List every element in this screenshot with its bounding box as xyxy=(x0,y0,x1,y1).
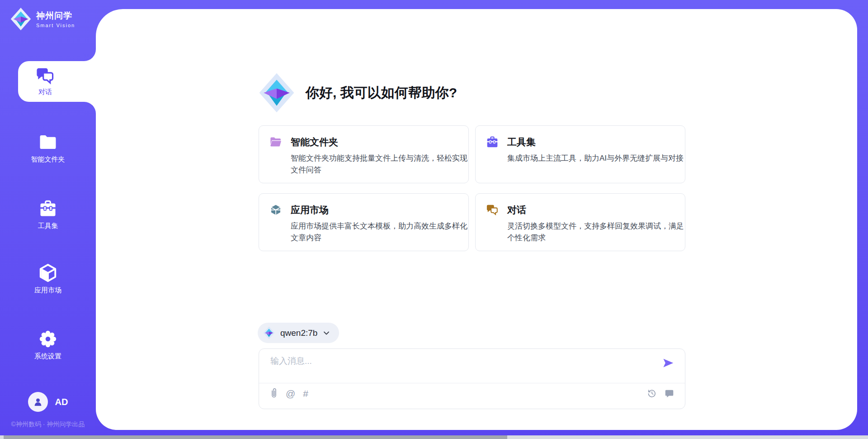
card-title: 智能文件夹 xyxy=(291,136,338,148)
sidebar-item-settings[interactable]: 系统设置 xyxy=(0,330,96,361)
copyright-footer: ©神州数码 · 神州问学出品 xyxy=(0,420,96,429)
person-icon xyxy=(32,396,44,408)
chat-icon xyxy=(35,67,55,85)
send-icon xyxy=(661,356,675,370)
user-initials: AD xyxy=(55,397,68,407)
toolbox-icon xyxy=(39,200,57,217)
brand-logo: 神州问学 Smart Vision xyxy=(10,7,75,31)
sidebar-item-label: 工具集 xyxy=(38,222,58,230)
sidebar-item-smart-folder[interactable]: 智能文件夹 xyxy=(0,133,96,164)
scrollbar-thumb[interactable] xyxy=(4,435,507,439)
sidebar-item-label: 系统设置 xyxy=(34,352,61,361)
message-input[interactable] xyxy=(270,355,650,379)
sidebar-item-toolbox[interactable]: 工具集 xyxy=(0,200,96,230)
main-panel: 你好, 我可以如何帮助你? 智能文件夹 智能文件夹功能支持批量文件上传与清洗，轻… xyxy=(96,9,857,430)
model-diamond-icon xyxy=(263,326,275,339)
brand-title: 神州问学 xyxy=(36,10,75,22)
tab-curve-bottom xyxy=(84,102,96,114)
sidebar: 神州问学 Smart Vision 对话 智能文件夹 xyxy=(0,0,96,439)
tab-curve-top xyxy=(84,49,96,61)
model-label: qwen2:7b xyxy=(280,328,317,338)
topic-button[interactable]: # xyxy=(303,389,308,398)
assistant-diamond-icon xyxy=(259,72,295,113)
chat-icon xyxy=(486,204,499,216)
feature-cards: 智能文件夹 智能文件夹功能支持批量文件上传与清洗，轻松实现文件问答 工具集 集成… xyxy=(259,125,685,251)
sidebar-item-app-market[interactable]: 应用市场 xyxy=(0,264,96,295)
card-description: 灵活切换多模型文件，支持多样回复效果调试，满足个性化需求 xyxy=(507,220,684,244)
send-button[interactable] xyxy=(661,356,675,370)
toolbox-icon xyxy=(486,136,499,148)
mention-button[interactable]: @ xyxy=(286,389,295,398)
comments-button[interactable] xyxy=(665,389,674,398)
card-description: 智能文件夹功能支持批量文件上传与清洗，轻松实现文件问答 xyxy=(291,153,468,176)
greeting-title: 你好, 我可以如何帮助你? xyxy=(306,84,457,102)
card-title: 工具集 xyxy=(507,136,536,148)
folder-icon xyxy=(39,134,57,150)
greeting: 你好, 我可以如何帮助你? xyxy=(259,72,457,113)
card-description: 应用市场提供丰富长文本模板，助力高效生成多样化文章内容 xyxy=(291,220,468,244)
comments-icon xyxy=(665,389,674,398)
paperclip-icon xyxy=(270,388,278,399)
sidebar-item-label: 对话 xyxy=(38,88,52,96)
brand-diamond-icon xyxy=(10,7,32,31)
card-chat[interactable]: 对话 灵活切换多模型文件，支持多样回复效果调试，满足个性化需求 xyxy=(475,193,685,251)
card-title: 应用市场 xyxy=(291,204,329,216)
chevron-down-icon xyxy=(323,329,330,337)
cube-icon xyxy=(38,263,57,283)
model-selector[interactable]: qwen2:7b xyxy=(258,323,339,343)
card-smart-folder[interactable]: 智能文件夹 智能文件夹功能支持批量文件上传与清洗，轻松实现文件问答 xyxy=(259,125,469,183)
avatar xyxy=(28,392,48,412)
message-composer: @ # xyxy=(259,348,685,409)
gear-icon xyxy=(38,329,57,348)
market-cube-icon xyxy=(269,204,282,216)
sidebar-item-label: 应用市场 xyxy=(34,286,61,295)
history-icon xyxy=(647,388,657,398)
brand-subtitle: Smart Vision xyxy=(36,23,75,28)
card-title: 对话 xyxy=(507,204,526,216)
history-button[interactable] xyxy=(647,388,657,398)
attachment-button[interactable] xyxy=(270,388,278,399)
folder-icon xyxy=(269,136,282,148)
sidebar-item-chat[interactable]: 对话 xyxy=(18,61,99,102)
composer-divider xyxy=(259,383,685,383)
horizontal-scrollbar[interactable] xyxy=(0,435,868,439)
user-profile[interactable]: AD xyxy=(0,392,96,412)
card-app-market[interactable]: 应用市场 应用市场提供丰富长文本模板，助力高效生成多样化文章内容 xyxy=(259,193,469,251)
card-description: 集成市场上主流工具，助力AI与外界无缝扩展与对接 xyxy=(507,153,684,164)
sidebar-item-label: 智能文件夹 xyxy=(31,155,65,164)
card-toolbox[interactable]: 工具集 集成市场上主流工具，助力AI与外界无缝扩展与对接 xyxy=(475,125,685,183)
